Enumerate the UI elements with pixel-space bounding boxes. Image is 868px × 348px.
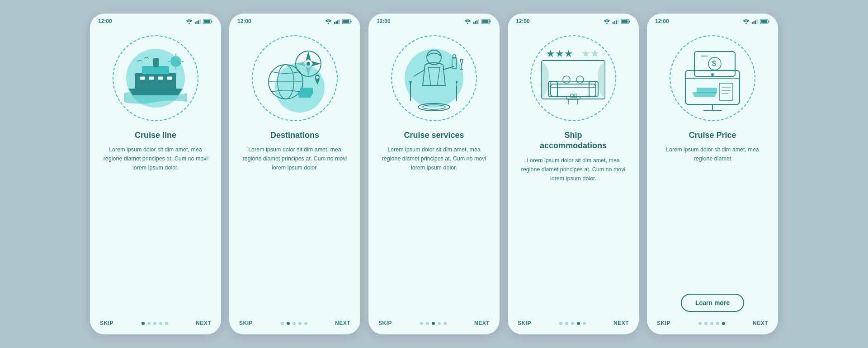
status-time: 12:00 — [377, 18, 391, 24]
svg-point-81 — [745, 23, 747, 24]
svg-marker-33 — [306, 66, 311, 76]
screen-body: Lorem ipsum dolor sit dim amet, mea regi… — [100, 145, 211, 315]
screen-title: Cruise line — [100, 130, 211, 141]
phone-1: 12:00 — [90, 14, 221, 334]
svg-rect-63 — [618, 19, 619, 24]
dot-inactive — [147, 322, 151, 325]
battery-icon — [203, 19, 213, 24]
dot-inactive — [298, 322, 302, 325]
dot-inactive — [710, 322, 713, 325]
svg-marker-34 — [296, 61, 306, 66]
svg-rect-87 — [769, 20, 769, 22]
svg-point-74 — [563, 76, 570, 83]
status-bar: 12:00 — [368, 14, 500, 26]
svg-rect-8 — [135, 73, 176, 89]
dot-active — [287, 322, 290, 325]
skip-button[interactable]: SKIP — [239, 320, 253, 326]
svg-rect-1 — [195, 22, 196, 24]
bottom-nav: SKIPNEXT — [508, 315, 639, 334]
status-bar: 12:00 — [229, 14, 360, 26]
accommodations-illustration: ★★★ ★★ — [537, 43, 609, 111]
cruise-ship-icon — [119, 41, 192, 115]
content-area: Ship accommodationsLorem ipsum dolor sit… — [508, 126, 639, 315]
screen-title: Cruise Price — [657, 130, 768, 141]
svg-rect-40 — [473, 22, 475, 24]
svg-rect-22 — [336, 21, 337, 24]
dot-active — [722, 322, 725, 325]
svg-rect-83 — [754, 21, 755, 24]
next-button[interactable]: NEXT — [474, 320, 490, 326]
svg-rect-3 — [198, 20, 199, 24]
signal-icon — [752, 19, 758, 24]
wifi-icon — [604, 19, 610, 24]
svg-rect-61 — [614, 21, 616, 24]
pagination-dots — [142, 322, 168, 325]
dot-inactive — [443, 322, 447, 325]
screen-title: Cruise services — [378, 130, 490, 141]
svg-rect-43 — [478, 19, 480, 24]
signal-icon — [195, 19, 201, 24]
content-area: Cruise servicesLorem ipsum dolor sit dim… — [368, 126, 500, 315]
skip-button[interactable]: SKIP — [657, 320, 670, 326]
svg-rect-97 — [697, 88, 717, 93]
svg-rect-66 — [622, 20, 628, 23]
dot-inactive — [565, 322, 568, 325]
svg-rect-26 — [351, 20, 352, 22]
cruise-services-illustration — [398, 40, 470, 115]
dot-inactive — [704, 322, 708, 325]
dot-inactive — [281, 322, 284, 325]
dot-active — [432, 322, 435, 325]
svg-rect-37 — [300, 88, 313, 94]
svg-point-53 — [423, 105, 445, 109]
learn-more-button[interactable]: Learn more — [681, 294, 744, 312]
cruise-price-icon: $ — [676, 43, 749, 113]
dot-inactive — [559, 322, 562, 325]
phone-2: 12:00 — [229, 14, 360, 334]
svg-rect-2 — [197, 21, 198, 24]
svg-point-20 — [328, 23, 329, 24]
screen-body: Lorem ipsum dolor sit dim amet, mea regi… — [239, 145, 350, 315]
status-icons — [325, 19, 352, 24]
dot-inactive — [698, 322, 702, 325]
svg-rect-98 — [719, 83, 733, 100]
screen-body: Lorem ipsum dolor sit dim amet, mea regi… — [378, 145, 490, 315]
next-button[interactable]: NEXT — [613, 320, 629, 326]
skip-button[interactable]: SKIP — [378, 320, 392, 326]
svg-marker-32 — [306, 51, 311, 61]
illustration-area — [245, 31, 344, 126]
status-icons — [464, 19, 491, 24]
phone-4: 12:00 ★★★ ★★ — [508, 14, 639, 334]
pagination-dots — [420, 322, 447, 325]
illustration-area — [384, 31, 484, 126]
dot-inactive — [716, 322, 719, 325]
next-button[interactable]: NEXT — [196, 320, 211, 326]
svg-rect-4 — [200, 19, 201, 24]
destinations-illustration — [259, 41, 331, 113]
battery-icon — [621, 19, 631, 24]
status-time: 12:00 — [237, 18, 251, 24]
svg-rect-60 — [613, 22, 614, 24]
status-icons — [186, 19, 213, 24]
next-button[interactable]: NEXT — [335, 320, 350, 326]
svg-rect-7 — [204, 20, 210, 23]
phone-3: 12:00 — [368, 14, 500, 334]
dot-inactive — [304, 322, 307, 325]
illustration-area — [106, 31, 205, 126]
svg-rect-21 — [334, 22, 335, 24]
svg-point-75 — [576, 76, 584, 83]
skip-button[interactable]: SKIP — [518, 320, 531, 326]
status-bar: 12:00 — [647, 14, 778, 26]
battery-icon — [760, 19, 770, 24]
svg-rect-23 — [337, 20, 339, 24]
wifi-icon — [464, 19, 471, 24]
bottom-nav: SKIPNEXT — [229, 315, 360, 334]
cruise-services-icon — [398, 40, 470, 117]
cruise-price-illustration: $ — [676, 43, 749, 111]
skip-button[interactable]: SKIP — [100, 320, 113, 326]
next-button[interactable]: NEXT — [753, 320, 768, 326]
status-bar: 12:00 — [90, 14, 221, 26]
svg-text:$: $ — [712, 60, 716, 67]
svg-rect-42 — [476, 20, 478, 24]
illustration-area: ★★★ ★★ — [524, 31, 623, 126]
svg-marker-35 — [311, 61, 321, 66]
